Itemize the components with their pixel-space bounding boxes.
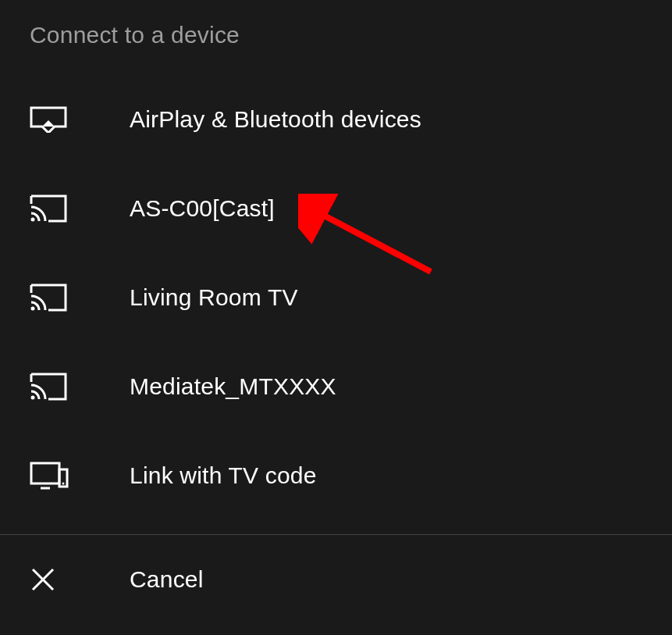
svg-point-0 — [31, 218, 35, 222]
cast-icon — [30, 193, 69, 224]
cast-icon — [30, 371, 69, 402]
dialog-title: Connect to a device — [0, 0, 672, 75]
device-item-mediatek[interactable]: Mediatek_MTXXXX — [0, 342, 672, 431]
svg-rect-3 — [31, 463, 59, 483]
airplay-icon — [30, 104, 69, 135]
cancel-label: Cancel — [130, 566, 204, 593]
dialog-title-text: Connect to a device — [30, 22, 240, 48]
cast-device-dialog: Connect to a device AirPlay & Bluetooth … — [0, 0, 672, 635]
cast-icon — [30, 282, 69, 313]
svg-point-6 — [62, 483, 65, 485]
device-item-as-c00[interactable]: AS-C00[Cast] — [0, 164, 672, 253]
device-item-label: AS-C00[Cast] — [130, 195, 275, 222]
device-item-living-room-tv[interactable]: Living Room TV — [0, 253, 672, 342]
svg-point-2 — [31, 396, 35, 400]
svg-point-1 — [31, 307, 35, 311]
device-item-airplay-bluetooth[interactable]: AirPlay & Bluetooth devices — [0, 75, 672, 164]
cancel-button[interactable]: Cancel — [0, 535, 672, 624]
device-item-link-tv-code[interactable]: Link with TV code — [0, 431, 672, 520]
device-item-label: Mediatek_MTXXXX — [130, 373, 336, 400]
device-item-label: AirPlay & Bluetooth devices — [130, 106, 421, 133]
close-icon — [30, 564, 69, 595]
device-item-label: Link with TV code — [130, 462, 317, 489]
device-item-label: Living Room TV — [130, 284, 298, 311]
tv-code-icon — [30, 460, 69, 491]
